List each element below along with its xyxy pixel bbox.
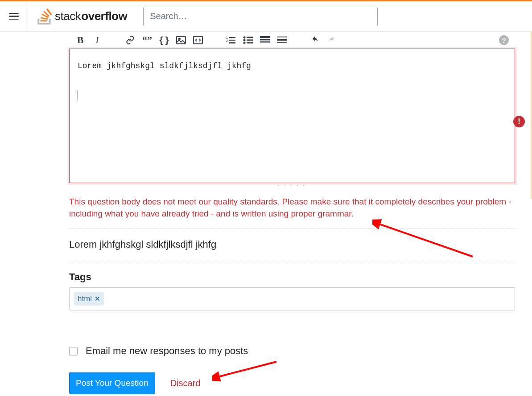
hamburger-icon	[9, 11, 19, 22]
logo-text: stack overflow	[55, 9, 127, 23]
svg-point-9	[243, 39, 246, 41]
svg-point-8	[243, 37, 246, 39]
italic-icon[interactable]: I	[92, 35, 102, 45]
resize-handle[interactable]: • • • • •	[69, 183, 515, 188]
svg-line-21	[216, 362, 276, 377]
svg-rect-15	[260, 39, 270, 41]
ask-question-form: B I “” { } 12	[69, 32, 515, 394]
email-checkbox[interactable]	[69, 347, 78, 355]
remove-tag-icon[interactable]: ✕	[95, 295, 100, 303]
image-icon[interactable]	[176, 35, 186, 45]
svg-rect-11	[247, 37, 253, 38]
error-badge-icon: !	[513, 116, 525, 127]
hamburger-button[interactable]	[0, 1, 28, 31]
question-body-editor[interactable]: Lorem jkhfghskgl sldkfjlksdjfl jkhfg !	[69, 49, 515, 183]
svg-rect-19	[277, 42, 287, 43]
site-logo[interactable]: stack overflow	[33, 8, 131, 24]
link-icon[interactable]	[125, 35, 135, 45]
svg-text:1: 1	[226, 36, 228, 39]
form-actions: Post Your Question Discard	[69, 372, 515, 394]
tags-input[interactable]: html ✕	[69, 287, 515, 310]
tags-label: Tags	[69, 271, 515, 283]
bold-icon[interactable]: B	[75, 35, 85, 45]
bullet-list-icon[interactable]	[243, 35, 253, 45]
svg-rect-13	[247, 42, 253, 44]
editor-toolbar: B I “” { } 12	[69, 32, 515, 49]
numbered-list-icon[interactable]: 12	[226, 35, 236, 45]
tag-chip: html ✕	[74, 292, 104, 306]
svg-rect-6	[229, 40, 235, 41]
email-responses-row: Email me new responses to my posts	[69, 345, 515, 357]
top-header: stack overflow Search…	[0, 1, 532, 32]
svg-text:2: 2	[226, 39, 228, 42]
snippet-icon[interactable]	[193, 35, 203, 45]
svg-rect-12	[247, 40, 253, 41]
search-input[interactable]: Search…	[143, 7, 378, 26]
post-question-button[interactable]: Post Your Question	[69, 372, 155, 394]
tag-text: html	[78, 294, 92, 303]
email-checkbox-label: Email me new responses to my posts	[86, 345, 248, 357]
undo-icon[interactable]	[310, 35, 320, 45]
hr-icon[interactable]	[277, 35, 287, 45]
svg-line-20	[377, 223, 473, 257]
heading-icon[interactable]	[260, 35, 270, 45]
svg-point-10	[243, 42, 246, 44]
stackoverflow-icon	[37, 8, 52, 24]
help-icon[interactable]: ?	[499, 35, 509, 45]
redo-icon	[327, 35, 337, 45]
svg-rect-5	[229, 37, 235, 38]
editor-content: Lorem jkhfghskgl sldkfjlksdjfl jkhfg	[78, 59, 507, 102]
search-placeholder: Search…	[150, 11, 187, 21]
annotation-arrow	[372, 219, 475, 259]
svg-rect-14	[260, 36, 270, 38]
code-icon[interactable]: { }	[159, 35, 169, 45]
svg-rect-17	[277, 37, 287, 37]
quote-icon[interactable]: “”	[142, 35, 152, 45]
svg-rect-7	[229, 42, 235, 44]
svg-rect-16	[260, 41, 270, 43]
annotation-arrow	[212, 359, 279, 382]
discard-link[interactable]: Discard	[170, 378, 201, 388]
svg-rect-2	[194, 37, 202, 44]
svg-point-1	[179, 38, 181, 40]
tags-section: Tags html ✕	[69, 263, 515, 310]
svg-rect-18	[277, 39, 287, 41]
